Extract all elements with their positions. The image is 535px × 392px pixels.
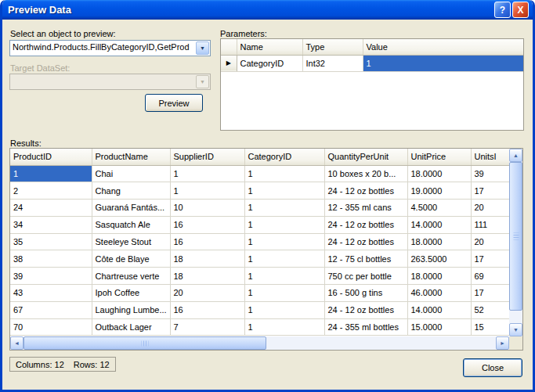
results-cell[interactable]: 1: [170, 182, 244, 200]
results-cell[interactable]: 67: [10, 301, 92, 318]
results-cell[interactable]: 24: [10, 200, 92, 217]
results-cell[interactable]: 43: [10, 285, 92, 302]
results-cell[interactable]: 16: [170, 233, 244, 250]
results-cell[interactable]: 39: [10, 268, 92, 285]
results-cell[interactable]: 1: [244, 200, 324, 217]
results-cell[interactable]: 16 - 500 g tins: [324, 285, 407, 302]
vertical-scrollbar-thumb[interactable]: [509, 162, 522, 311]
scroll-up-icon[interactable]: ▲: [509, 149, 522, 162]
results-cell[interactable]: 14.0000: [407, 301, 471, 318]
results-cell[interactable]: 52: [471, 301, 509, 318]
params-row[interactable]: ▶CategoryIDInt321: [221, 55, 523, 71]
results-cell[interactable]: 1: [244, 285, 324, 302]
results-cell[interactable]: 111: [471, 216, 509, 233]
results-cell[interactable]: 10: [170, 200, 244, 217]
results-cell[interactable]: 18.0000: [407, 268, 471, 285]
results-cell[interactable]: 70: [10, 318, 92, 336]
close-icon[interactable]: X: [512, 2, 529, 18]
results-cell[interactable]: Chang: [92, 182, 170, 200]
results-cell[interactable]: 16: [170, 301, 244, 318]
results-cell[interactable]: 18.0000: [407, 165, 471, 182]
results-cell[interactable]: Chartreuse verte: [92, 268, 170, 285]
results-cell[interactable]: Côte de Blaye: [92, 250, 170, 268]
results-cell[interactable]: Chai: [92, 165, 170, 182]
params-column-header[interactable]: Name: [237, 39, 302, 55]
results-column-header[interactable]: SupplierID: [170, 149, 244, 165]
results-cell[interactable]: Outback Lager: [92, 318, 170, 336]
results-column-header[interactable]: UnitPrice: [407, 149, 471, 165]
results-cell[interactable]: 20: [471, 233, 509, 250]
results-cell[interactable]: 24 - 355 ml bottles: [324, 318, 407, 336]
results-cell[interactable]: 1: [244, 268, 324, 285]
results-cell[interactable]: 18.0000: [407, 233, 471, 250]
results-cell[interactable]: 12 - 75 cl bottles: [324, 250, 407, 268]
table-row[interactable]: 1Chai1110 boxes x 20 b...18.000039: [10, 165, 509, 182]
table-row[interactable]: 2Chang1124 - 12 oz bottles19.000017: [10, 182, 509, 200]
results-column-header[interactable]: QuantityPerUnit: [324, 149, 407, 165]
results-cell[interactable]: 39: [471, 165, 509, 182]
table-row[interactable]: 67Laughing Lumbe...16124 - 12 oz bottles…: [10, 301, 509, 318]
results-cell[interactable]: Steeleye Stout: [92, 233, 170, 250]
scroll-left-icon[interactable]: ◄: [10, 336, 23, 350]
results-cell[interactable]: 12 - 355 ml cans: [324, 200, 407, 217]
params-column-header[interactable]: Value: [363, 39, 523, 55]
table-row[interactable]: 43Ipoh Coffee20116 - 500 g tins46.000017: [10, 285, 509, 302]
params-cell[interactable]: Int32: [302, 55, 363, 71]
horizontal-scrollbar-thumb[interactable]: [23, 336, 266, 350]
table-row[interactable]: 70Outback Lager7124 - 355 ml bottles15.0…: [10, 318, 509, 336]
preview-button[interactable]: Preview: [145, 94, 203, 112]
object-picker-combobox[interactable]: Northwind.Products.FillByCategoryID,GetP…: [9, 40, 211, 56]
results-cell[interactable]: 1: [244, 250, 324, 268]
results-cell[interactable]: 24 - 12 oz bottles: [324, 182, 407, 200]
params-cell[interactable]: 1: [363, 55, 523, 71]
results-cell[interactable]: Guaraná Fantás...: [92, 200, 170, 217]
results-cell[interactable]: Sasquatch Ale: [92, 216, 170, 233]
scroll-down-icon[interactable]: ▼: [509, 323, 522, 336]
results-cell[interactable]: 15.0000: [407, 318, 471, 336]
results-cell[interactable]: 1: [10, 165, 92, 182]
results-cell[interactable]: 46.0000: [407, 285, 471, 302]
results-cell[interactable]: 20: [170, 285, 244, 302]
results-cell[interactable]: 17: [471, 285, 509, 302]
results-cell[interactable]: 263.5000: [407, 250, 471, 268]
results-column-header[interactable]: CategoryID: [244, 149, 324, 165]
horizontal-scrollbar[interactable]: ◄ ►: [10, 336, 509, 350]
results-cell[interactable]: 17: [471, 182, 509, 200]
results-cell[interactable]: 1: [244, 301, 324, 318]
table-row[interactable]: 34Sasquatch Ale16124 - 12 oz bottles14.0…: [10, 216, 509, 233]
scroll-right-icon[interactable]: ►: [496, 336, 509, 350]
results-cell[interactable]: 24 - 12 oz bottles: [324, 233, 407, 250]
results-cell[interactable]: 16: [170, 216, 244, 233]
results-column-header[interactable]: ProductID: [10, 149, 92, 165]
results-cell[interactable]: 4.5000: [407, 200, 471, 217]
results-cell[interactable]: 15: [471, 318, 509, 336]
results-cell[interactable]: 1: [244, 233, 324, 250]
results-cell[interactable]: 2: [10, 182, 92, 200]
results-cell[interactable]: 18: [170, 268, 244, 285]
close-button[interactable]: Close: [463, 358, 522, 377]
results-cell[interactable]: 19.0000: [407, 182, 471, 200]
results-cell[interactable]: 14.0000: [407, 216, 471, 233]
results-column-header[interactable]: UnitsI: [471, 149, 509, 165]
vertical-scrollbar[interactable]: ▲ ▼: [509, 149, 522, 336]
results-cell[interactable]: 1: [244, 182, 324, 200]
results-cell[interactable]: 1: [244, 216, 324, 233]
results-cell[interactable]: Ipoh Coffee: [92, 285, 170, 302]
results-cell[interactable]: 1: [244, 165, 324, 182]
help-icon[interactable]: ?: [494, 2, 511, 18]
results-cell[interactable]: 1: [244, 318, 324, 336]
results-cell[interactable]: 35: [10, 233, 92, 250]
table-row[interactable]: 35Steeleye Stout16124 - 12 oz bottles18.…: [10, 233, 509, 250]
params-cell[interactable]: CategoryID: [237, 55, 302, 71]
results-cell[interactable]: 69: [471, 268, 509, 285]
results-cell[interactable]: 38: [10, 250, 92, 268]
results-cell[interactable]: 10 boxes x 20 b...: [324, 165, 407, 182]
results-cell[interactable]: 1: [170, 165, 244, 182]
results-column-header[interactable]: ProductName: [92, 149, 170, 165]
results-cell[interactable]: 20: [471, 200, 509, 217]
results-cell[interactable]: 17: [471, 250, 509, 268]
table-row[interactable]: 38Côte de Blaye18112 - 75 cl bottles263.…: [10, 250, 509, 268]
results-cell[interactable]: 24 - 12 oz bottles: [324, 301, 407, 318]
results-cell[interactable]: 34: [10, 216, 92, 233]
results-cell[interactable]: 18: [170, 250, 244, 268]
